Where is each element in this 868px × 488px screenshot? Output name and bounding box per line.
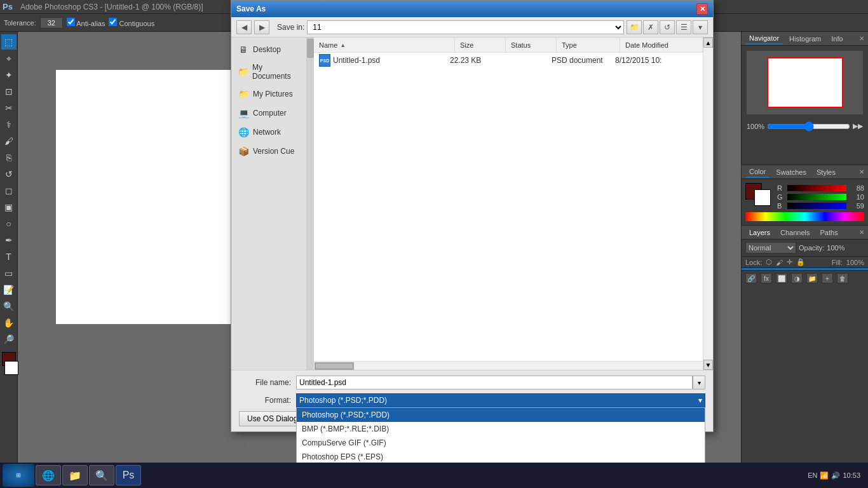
nav-computer[interactable]: 💻 Computer [231, 104, 306, 123]
nav-forward-button[interactable]: ▶ [254, 20, 269, 34]
savein-label: Save in: [277, 23, 304, 32]
dialog-overlay: Save As ✕ ◀ ▶ Save in: 11 📁 ✗ ↺ ☰ ▾ [0, 0, 868, 488]
start-button[interactable]: ⊞ [3, 464, 34, 487]
taskbar-folder[interactable]: 📁 [62, 465, 88, 485]
taskbar-ie[interactable]: 🌐 [36, 465, 61, 485]
format-label: Format: [239, 396, 296, 405]
dialog-footer: File name: ▾ Format: Photoshop (*.PSD;*.… [231, 370, 713, 431]
file-name: Untitled-1.psd [333, 56, 450, 65]
format-option-gif[interactable]: CompuServe GIF (*.GIF) [297, 436, 705, 450]
details-toggle-button[interactable]: ☰ [676, 20, 691, 34]
psd-file-icon: PSD [319, 54, 330, 67]
format-option-psd[interactable]: Photoshop (*.PSD;*.PDD) [297, 408, 705, 422]
taskbar-lang: EN [808, 471, 817, 479]
version-cue-icon: 📦 [238, 146, 249, 157]
format-dropdown: Photoshop (*.PSD;*.PDD) ▾ Photoshop (*.P… [296, 393, 705, 407]
taskbar-volume-icon: 🔊 [831, 471, 840, 480]
file-modified: 8/12/2015 10: [615, 56, 698, 65]
filename-input[interactable] [296, 376, 693, 390]
nav-network-label: Network [253, 128, 281, 137]
col-size[interactable]: Size [455, 37, 506, 52]
new-folder-button[interactable]: 📁 [627, 20, 642, 34]
dialog-toolbar: ◀ ▶ Save in: 11 📁 ✗ ↺ ☰ ▾ [231, 17, 713, 37]
nav-version-cue[interactable]: 📦 Version Cue [231, 142, 306, 161]
dialog-nav-container: 🖥 Desktop 📁 My Documents 📁 My Pictures [231, 37, 314, 370]
nav-back-button[interactable]: ◀ [236, 20, 252, 34]
scroll-down-btn[interactable]: ▼ [703, 360, 713, 370]
col-name[interactable]: Name▲ [314, 37, 455, 52]
computer-icon: 💻 [238, 107, 249, 119]
toolbar-buttons: 📁 ✗ ↺ ☰ ▾ [627, 20, 708, 34]
nav-desktop[interactable]: 🖥 Desktop [231, 40, 306, 59]
nav-scrollbar-thumb[interactable] [307, 39, 314, 58]
dialog-body: 🖥 Desktop 📁 My Documents 📁 My Pictures [231, 37, 713, 370]
filename-row: File name: ▾ [239, 376, 705, 390]
format-row: Format: Photoshop (*.PSD;*.PDD) ▾ Photos… [239, 393, 705, 407]
taskbar: ⊞ 🌐 📁 🔍 Ps EN 📶 🔊 10:53 [0, 463, 868, 488]
col-type[interactable]: Type [557, 37, 620, 52]
filename-label: File name: [239, 378, 296, 387]
save-as-dialog: Save As ✕ ◀ ▶ Save in: 11 📁 ✗ ↺ ☰ ▾ [231, 0, 714, 432]
hscroll-track[interactable] [315, 362, 354, 370]
dialog-titlebar: Save As ✕ [231, 1, 713, 17]
scroll-track[interactable] [703, 48, 713, 360]
taskbar-photoshop[interactable]: Ps [116, 465, 141, 485]
taskbar-time: 10:53 [843, 471, 860, 479]
format-option-bmp[interactable]: BMP (*.BMP;*.RLE;*.DIB) [297, 422, 705, 436]
dialog-close-button[interactable]: ✕ [696, 3, 708, 15]
dialog-nav-panel: 🖥 Desktop 📁 My Documents 📁 My Pictures [231, 37, 307, 370]
my-pictures-icon: 📁 [238, 88, 249, 100]
nav-computer-label: Computer [253, 109, 287, 118]
dialog-title: Save As [236, 4, 696, 13]
format-option-eps[interactable]: Photoshop EPS (*.EPS) [297, 450, 705, 464]
file-icon: PSD [319, 55, 330, 66]
nav-my-pictures-label: My Pictures [253, 90, 293, 98]
taskbar-search[interactable]: 🔍 [89, 465, 114, 485]
horizontal-scrollbar[interactable] [314, 361, 703, 370]
file-list-body: PSD Untitled-1.psd 22.23 KB PSD document… [314, 53, 703, 361]
scroll-up-btn[interactable]: ▲ [703, 37, 713, 48]
nav-my-documents-label: My Documents [252, 63, 300, 81]
refresh-button[interactable]: ↺ [660, 20, 675, 34]
table-row[interactable]: PSD Untitled-1.psd 22.23 KB PSD document… [314, 53, 703, 68]
photoshop-bg: Ps Adobe Photoshop CS3 - [Untitled-1 @ 1… [0, 0, 868, 488]
format-select-button[interactable]: Photoshop (*.PSD;*.PDD) ▾ [296, 393, 705, 407]
nav-my-pictures[interactable]: 📁 My Pictures [231, 85, 306, 104]
col-modified[interactable]: Date Modified [620, 37, 703, 52]
format-dropdown-arrow: ▾ [698, 396, 702, 405]
vertical-scrollbar[interactable]: ▲ ▼ [703, 37, 713, 370]
nav-scrollbar[interactable] [307, 37, 314, 370]
views-button[interactable]: ▾ [693, 20, 708, 34]
nav-desktop-label: Desktop [253, 45, 281, 54]
file-list: Name▲ Size Status Type Date Modified [314, 37, 703, 370]
desktop-icon: 🖥 [238, 44, 249, 55]
file-size: 22.23 KB [450, 56, 501, 65]
nav-network[interactable]: 🌐 Network [231, 123, 306, 142]
nav-version-cue-label: Version Cue [253, 147, 294, 156]
taskbar-tray: EN 📶 🔊 10:53 [803, 471, 865, 480]
delete-button[interactable]: ✗ [643, 20, 658, 34]
savein-select[interactable]: 11 [307, 20, 624, 34]
file-list-header: Name▲ Size Status Type Date Modified [314, 37, 703, 53]
my-documents-icon: 📁 [238, 66, 248, 78]
nav-my-documents[interactable]: 📁 My Documents [231, 59, 306, 85]
format-selected-value: Photoshop (*.PSD;*.PDD) [299, 396, 387, 405]
file-type: PSD document [552, 56, 615, 65]
network-icon: 🌐 [238, 126, 249, 138]
col-status[interactable]: Status [506, 37, 557, 52]
taskbar-network-icon: 📶 [820, 471, 829, 480]
filename-dropdown-btn[interactable]: ▾ [693, 376, 705, 390]
hscroll-thumb[interactable] [315, 363, 353, 369]
